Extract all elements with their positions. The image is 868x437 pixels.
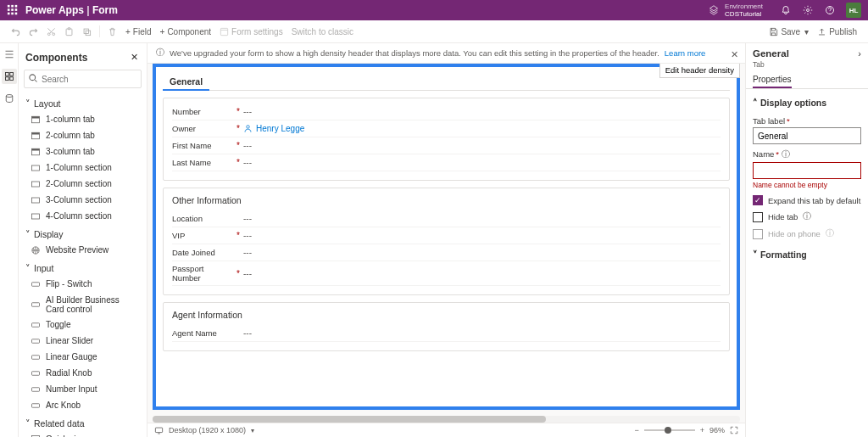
component-item[interactable]: 1-column tab xyxy=(22,111,143,127)
component-item[interactable]: Website Preview xyxy=(22,242,143,258)
form-field[interactable]: First Name*--- xyxy=(172,137,721,154)
expand-checkbox[interactable]: ✓Expand this tab by default xyxy=(753,195,861,205)
close-panel-icon[interactable]: ✕ xyxy=(129,50,140,64)
canvas: ⓘ We've upgraded your form to show a hig… xyxy=(147,43,745,437)
component-item[interactable]: Number Input xyxy=(22,381,143,397)
publish-button[interactable]: Publish xyxy=(813,20,861,42)
group-input[interactable]: ˅Input xyxy=(22,258,143,276)
chevron-right-icon[interactable]: › xyxy=(858,48,861,59)
form-section[interactable]: Agent InformationAgent Name--- xyxy=(163,302,730,351)
form-field[interactable]: Location--- xyxy=(172,210,721,227)
component-icon xyxy=(31,131,41,141)
cut-button[interactable] xyxy=(42,20,60,42)
section-display-options[interactable]: ˄ Display options xyxy=(753,94,861,111)
component-icon xyxy=(31,320,41,330)
notifications-icon[interactable] xyxy=(777,2,794,19)
undo-button[interactable] xyxy=(7,20,25,42)
component-item[interactable]: 4-Column section xyxy=(22,208,143,224)
properties-tab[interactable]: Properties xyxy=(753,72,792,88)
zoom-control[interactable]: − + 96% xyxy=(634,426,738,434)
hide-tab-checkbox[interactable]: Hide tab ⓘ xyxy=(753,211,861,222)
tab-label-input[interactable] xyxy=(753,127,861,144)
form-field[interactable]: Last Name*--- xyxy=(172,154,721,171)
name-input[interactable] xyxy=(753,162,861,179)
component-item[interactable]: 1-Column section xyxy=(22,160,143,176)
add-field-button[interactable]: +Field xyxy=(121,20,156,42)
form-field[interactable]: Agent Name--- xyxy=(172,325,721,342)
component-item[interactable]: Linear Gauge xyxy=(22,349,143,365)
delete-button[interactable] xyxy=(103,20,121,42)
component-item[interactable]: Flip - Switch xyxy=(22,276,143,292)
components-search[interactable] xyxy=(24,70,142,88)
rail-components-icon[interactable] xyxy=(2,69,17,84)
svg-point-23 xyxy=(30,75,36,81)
component-item[interactable]: Toggle xyxy=(22,317,143,333)
form-field[interactable]: Owner*Henry Legge xyxy=(172,120,721,137)
component-label: 4-Column section xyxy=(46,211,112,221)
status-bar: Desktop (1920 x 1080) ▾ − + 96% xyxy=(147,423,745,437)
environment-icon[interactable] xyxy=(705,2,722,19)
help-icon[interactable] xyxy=(821,2,838,19)
form-field[interactable]: VIP*--- xyxy=(172,227,721,244)
component-item[interactable]: AI Builder Business Card control xyxy=(22,292,143,317)
svg-rect-41 xyxy=(32,387,40,391)
search-input[interactable] xyxy=(24,70,142,88)
copy-button[interactable] xyxy=(78,20,96,42)
info-icon[interactable]: ⓘ xyxy=(803,211,811,222)
switch-classic-button[interactable]: Switch to classic xyxy=(287,20,358,42)
info-icon[interactable]: ⓘ xyxy=(782,149,790,159)
component-item[interactable]: Quick view xyxy=(22,431,143,437)
field-value: --- xyxy=(243,328,721,338)
form-section[interactable]: Other InformationLocation---VIP*---Date … xyxy=(163,188,730,295)
zoom-out-icon[interactable]: − xyxy=(634,426,638,434)
svg-rect-39 xyxy=(32,355,40,359)
redo-button[interactable] xyxy=(25,20,42,42)
group-layout[interactable]: ˅Layout xyxy=(22,93,143,111)
add-component-button[interactable]: +Component xyxy=(156,20,216,42)
group-display[interactable]: ˅Display xyxy=(22,224,143,242)
waffle-icon[interactable] xyxy=(7,4,19,16)
tab-general[interactable]: General xyxy=(163,72,209,91)
learn-more-link[interactable]: Learn more xyxy=(665,48,706,58)
environment-picker[interactable]: Environment CDSTutorial xyxy=(725,3,763,18)
form-field[interactable]: Date Joined--- xyxy=(172,244,721,261)
component-icon xyxy=(31,300,41,310)
form-tab-selection[interactable]: General Number*---Owner*Henry LeggeFirst… xyxy=(153,64,740,410)
save-button[interactable]: Save▾ xyxy=(765,20,813,42)
user-avatar[interactable]: HL xyxy=(846,3,861,18)
settings-icon[interactable] xyxy=(799,2,816,19)
rail-data-icon[interactable] xyxy=(2,91,17,106)
component-label: 2-Column section xyxy=(46,179,112,188)
fit-icon[interactable] xyxy=(730,426,738,434)
component-item[interactable]: 3-column tab xyxy=(22,143,143,160)
device-label[interactable]: Desktop (1920 x 1080) xyxy=(169,426,246,434)
zoom-slider[interactable] xyxy=(644,429,695,431)
component-item[interactable]: Radial Knob xyxy=(22,365,143,381)
horizontal-scrollbar[interactable] xyxy=(153,416,740,423)
component-item[interactable]: Arc Knob xyxy=(22,397,143,413)
svg-rect-36 xyxy=(32,302,40,306)
name-error: Name cannot be empty xyxy=(753,181,861,189)
svg-rect-19 xyxy=(9,73,13,76)
form-settings-button[interactable]: Form settings xyxy=(215,20,287,42)
form-field[interactable]: Number*--- xyxy=(172,104,721,120)
form-field[interactable]: Passport Number*--- xyxy=(172,261,721,286)
group-related[interactable]: ˅Related data xyxy=(22,413,143,431)
component-item[interactable]: 3-Column section xyxy=(22,192,143,208)
zoom-in-icon[interactable]: + xyxy=(700,426,704,434)
svg-rect-6 xyxy=(8,13,10,15)
close-notification-icon[interactable]: ✕ xyxy=(731,49,738,60)
app-title: Power Apps | Form xyxy=(25,4,118,16)
svg-rect-4 xyxy=(11,8,14,11)
rail-tree-icon[interactable] xyxy=(2,47,17,62)
component-item[interactable]: Linear Slider xyxy=(22,333,143,349)
paste-button[interactable] xyxy=(60,20,78,42)
properties-title: General xyxy=(753,48,789,59)
svg-rect-21 xyxy=(9,77,13,81)
component-icon xyxy=(31,147,41,157)
edit-header-density-button[interactable]: Edit header density xyxy=(659,64,740,78)
form-section[interactable]: Number*---Owner*Henry LeggeFirst Name*--… xyxy=(163,98,730,181)
component-item[interactable]: 2-column tab xyxy=(22,127,143,143)
section-formatting[interactable]: ˅ Formatting xyxy=(753,246,861,263)
component-item[interactable]: 2-Column section xyxy=(22,176,143,192)
